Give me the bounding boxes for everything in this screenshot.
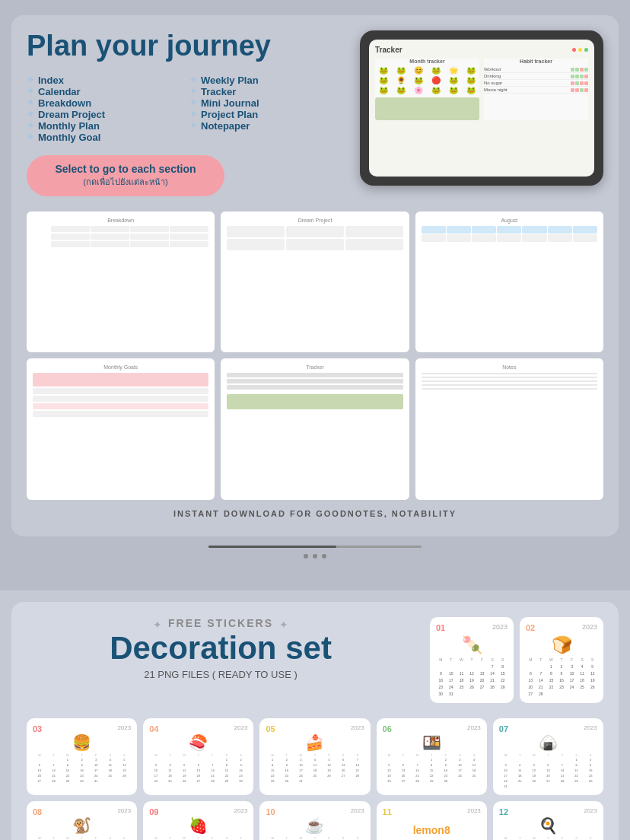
date: 5: [118, 758, 132, 762]
tablet-frame: Tracker Month tracker 🐸: [360, 30, 603, 186]
date: 8: [546, 670, 556, 676]
d: M: [499, 753, 513, 757]
date: 12: [118, 763, 132, 768]
date: 20: [396, 774, 410, 778]
cell: [51, 226, 90, 232]
date: 11: [513, 768, 527, 773]
date: 19: [383, 774, 396, 778]
d: W: [527, 836, 541, 840]
preview-card-notes: Notes: [415, 358, 603, 499]
frog-14: 🐸: [393, 86, 409, 94]
date: 30: [584, 779, 597, 784]
cal-card-grid-08: MTWTFSS 123456 78910111213 1415161718192…: [33, 836, 131, 840]
date: 31: [89, 779, 103, 784]
date: 24: [149, 779, 163, 784]
date: 26: [323, 774, 336, 778]
date: 29: [570, 779, 584, 784]
aug-grid: [422, 226, 597, 242]
date: 29: [425, 779, 438, 784]
date: 26: [177, 779, 191, 784]
date: 13: [477, 670, 487, 676]
date: 5: [527, 763, 541, 768]
month-tracker-title: Month tracker: [375, 59, 479, 64]
tablet-header: Tracker: [375, 46, 588, 54]
d: S: [570, 753, 584, 757]
check: [571, 88, 574, 92]
aug-cell: [422, 234, 446, 242]
date: 14: [351, 763, 364, 768]
cal-card-num-04: 04: [149, 724, 158, 733]
date: [47, 758, 61, 762]
habit-row-3: No sugar: [484, 80, 588, 87]
check: [580, 75, 584, 78]
sticker-header: ✦ FREE STICKERS ✦ Decoration set 21 PNG …: [27, 617, 603, 703]
aug-cell: [522, 226, 546, 234]
date: 8: [61, 763, 75, 768]
date: 11: [308, 763, 322, 768]
date: 23: [280, 774, 294, 778]
feature-label: Mini Journal: [201, 97, 259, 109]
date: 18: [308, 768, 322, 773]
d: F: [555, 836, 569, 840]
date: 17: [453, 768, 467, 773]
d: M: [266, 836, 279, 840]
cal-card-food-04: 🍣: [149, 733, 247, 752]
date: 22: [570, 774, 584, 778]
date: 23: [439, 774, 453, 778]
preview-card-dream-project: Dream Project: [221, 212, 409, 352]
aug-cell: [573, 234, 597, 242]
cal-card-food-10: ☕: [266, 816, 364, 835]
date: 16: [584, 768, 597, 773]
date: 30: [439, 779, 453, 784]
preview-card-august: August: [415, 212, 603, 352]
day-t: T: [447, 657, 457, 662]
date: 19: [467, 677, 477, 683]
notes-lines: [422, 373, 597, 390]
decoration-title: Decoration set: [27, 632, 415, 664]
notes-line: [422, 377, 597, 378]
pagination-area: [11, 536, 619, 568]
date: 20: [542, 774, 555, 778]
cal-card-header: 06 2023: [383, 724, 481, 733]
day-m: M: [526, 657, 536, 662]
cta-button[interactable]: Select to go to each section (กดเพื่อไปย…: [27, 155, 224, 196]
date: 1: [425, 758, 438, 762]
tracker-green-box: [227, 394, 402, 409]
d: T: [75, 753, 89, 757]
date: 12: [587, 670, 597, 676]
date: 14: [47, 768, 61, 773]
breakdown-row: [33, 241, 208, 247]
date: 22: [220, 774, 234, 778]
sparkle-left-icon: ✦: [153, 619, 162, 631]
cal-card-grid-09: MTWTFSS 123 45678910 11121314151617 1819…: [149, 836, 247, 840]
date: 4: [467, 758, 481, 762]
breakdown-row: [33, 226, 208, 232]
tracker-line: [227, 385, 402, 390]
date: 3: [567, 663, 577, 670]
date: 20: [192, 774, 205, 778]
aug-cell: [447, 234, 471, 242]
date: 18: [457, 677, 466, 683]
date: 23: [584, 774, 597, 778]
breakdown-bars: [51, 241, 208, 247]
cal-card-grid-12: MTWTFSS 123 45678910 11121314151617 1819…: [499, 836, 597, 840]
date: [457, 663, 466, 670]
date: 19: [527, 774, 541, 778]
d: T: [396, 753, 410, 757]
cal-dates-01: 7 8 9 10 11 12 13 14 15 16 17 18 19 20: [436, 663, 508, 697]
feature-item-monthly-plan: ✦ Monthly Plan: [27, 120, 182, 132]
d: F: [555, 753, 569, 757]
frog-1: 🐸: [375, 66, 391, 75]
lemon8-text: lemon8: [383, 816, 481, 840]
date: 31: [447, 691, 457, 697]
date: 10: [453, 763, 467, 768]
date: [527, 758, 541, 762]
preview-title-dream: Dream Project: [227, 218, 402, 223]
cal-card-num-03: 03: [33, 724, 42, 733]
date: [149, 758, 163, 762]
cell: [51, 234, 90, 240]
habit-name: No sugar: [484, 81, 502, 85]
sticker-card: ✦ FREE STICKERS ✦ Decoration set 21 PNG …: [11, 602, 619, 840]
frog-17: 🐸: [446, 86, 462, 94]
date: 9: [75, 763, 89, 768]
